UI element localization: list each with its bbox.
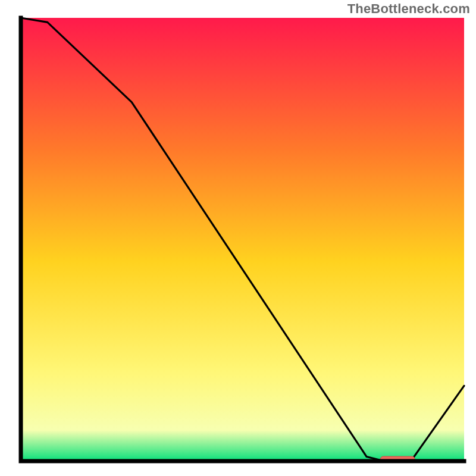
- chart-stage: TheBottleneck.com: [0, 0, 476, 476]
- plot-background: [21, 18, 464, 461]
- bottleneck-chart: [0, 0, 476, 476]
